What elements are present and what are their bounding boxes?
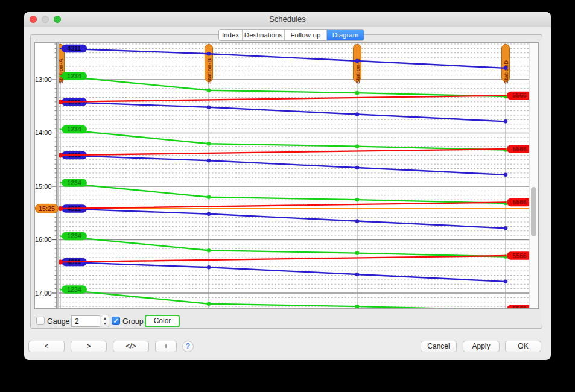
stop-dot bbox=[504, 173, 508, 177]
train-line bbox=[60, 130, 506, 150]
prev-button[interactable]: < bbox=[28, 341, 65, 352]
train-line bbox=[60, 262, 506, 281]
group-label: Group bbox=[122, 317, 144, 326]
train-label: 5566 bbox=[512, 252, 527, 259]
train-label: 1234 bbox=[67, 125, 81, 133]
train-label: 5566 bbox=[512, 198, 527, 206]
time-label: 13:00 bbox=[35, 76, 52, 83]
stepper-up-icon[interactable]: ▲ bbox=[101, 315, 109, 321]
schedules-window: Schedules Index Destinations Follow-up D… bbox=[24, 12, 551, 360]
train-line bbox=[60, 155, 506, 174]
stop-dot bbox=[355, 59, 360, 63]
train-label: 5566 bbox=[512, 92, 527, 99]
controls-row: Gauge ▲ ▼ ✓ Group Color bbox=[31, 315, 542, 329]
tab-bar: Index Destinations Follow-up Diagram bbox=[218, 29, 364, 41]
train-1234: 12341234123412341234 bbox=[60, 72, 507, 308]
time-label: 17:00 bbox=[35, 289, 52, 297]
train-4311: 43114311431143114311 bbox=[60, 45, 507, 284]
gauge-label: Gauge bbox=[47, 317, 70, 326]
code-button[interactable]: </> bbox=[113, 341, 149, 352]
schedule-chart-frame: 13:0014:0015:0016:0017:00Station-AStatio… bbox=[34, 42, 539, 309]
stop-dot bbox=[207, 302, 211, 306]
time-label: 15:00 bbox=[35, 183, 52, 190]
station-label: Station-B bbox=[206, 58, 212, 84]
time-axis bbox=[57, 43, 59, 309]
train-label: 1234 bbox=[67, 179, 81, 186]
train-label: 1234 bbox=[67, 286, 81, 293]
time-label: 14:00 bbox=[35, 129, 52, 136]
help-button[interactable]: ? bbox=[182, 341, 194, 352]
stop-dot bbox=[355, 144, 360, 148]
next-button[interactable]: > bbox=[71, 341, 107, 352]
station-label: StationD bbox=[503, 60, 509, 84]
apply-button[interactable]: Apply bbox=[463, 341, 500, 352]
stop-dot bbox=[207, 265, 211, 270]
stop-dot bbox=[355, 273, 360, 277]
gauge-value-input[interactable] bbox=[71, 315, 100, 327]
train-label: 5566 bbox=[512, 145, 527, 153]
schedule-diagram[interactable]: 13:0014:0015:0016:0017:00Station-AStatio… bbox=[35, 43, 538, 308]
highlighted-time-label: 15:25 bbox=[39, 205, 55, 212]
stop-dot bbox=[355, 91, 360, 95]
stop-dot bbox=[355, 219, 360, 223]
stop-dot bbox=[207, 212, 211, 216]
tab-index[interactable]: Index bbox=[219, 30, 243, 40]
stop-dot bbox=[355, 166, 360, 170]
stop-dot bbox=[207, 142, 211, 146]
train-label: 4311 bbox=[68, 45, 81, 52]
stop-dot bbox=[207, 248, 211, 253]
stop-dot bbox=[207, 105, 211, 109]
stop-dot bbox=[207, 195, 211, 199]
train-line bbox=[60, 76, 506, 96]
add-button[interactable]: + bbox=[155, 341, 177, 352]
train-line bbox=[60, 256, 506, 262]
time-grid bbox=[55, 44, 531, 306]
train-label: 1234 bbox=[67, 232, 81, 239]
window-title: Schedules bbox=[24, 12, 551, 27]
screen: { "window": { "title": "Schedules" }, "t… bbox=[0, 0, 575, 392]
stop-dot bbox=[504, 280, 508, 284]
tab-destinations[interactable]: Destinations bbox=[243, 30, 285, 40]
train-line bbox=[60, 48, 506, 68]
train-line bbox=[60, 289, 506, 308]
tab-follow-up[interactable]: Follow-up bbox=[285, 30, 327, 40]
stop-dot bbox=[207, 159, 211, 163]
tab-diagram[interactable]: Diagram bbox=[327, 30, 364, 40]
train-line bbox=[60, 149, 506, 155]
diagram-panel: 13:0014:0015:0016:0017:00Station-AStatio… bbox=[30, 34, 542, 329]
train-label: 1234 bbox=[67, 72, 81, 80]
time-label: 16:00 bbox=[35, 236, 52, 243]
train-line bbox=[60, 96, 506, 102]
train-line bbox=[60, 203, 506, 209]
train-label: 5566 bbox=[512, 305, 527, 308]
stop-dot bbox=[504, 119, 508, 124]
train-line bbox=[60, 236, 506, 257]
ok-button[interactable]: OK bbox=[505, 341, 541, 352]
train-line bbox=[60, 183, 506, 203]
stepper-down-icon[interactable]: ▼ bbox=[101, 321, 109, 326]
gauge-stepper[interactable]: ▲ ▼ bbox=[101, 315, 109, 327]
stop-dot bbox=[207, 52, 211, 56]
stop-dot bbox=[355, 305, 360, 308]
train-line bbox=[60, 102, 506, 121]
train-line bbox=[60, 209, 506, 228]
gauge-checkbox[interactable] bbox=[36, 317, 45, 325]
stop-dot bbox=[504, 226, 508, 230]
group-checkbox[interactable]: ✓ bbox=[112, 317, 120, 325]
stop-dot bbox=[355, 198, 360, 202]
stop-dot bbox=[504, 66, 508, 71]
scrollbar-thumb[interactable] bbox=[531, 187, 536, 236]
cancel-button[interactable]: Cancel bbox=[421, 341, 457, 352]
highlighted-time: 15:25 bbox=[36, 204, 59, 213]
title-bar[interactable]: Schedules bbox=[24, 12, 551, 27]
stop-dot bbox=[355, 112, 360, 116]
color-button[interactable]: Color bbox=[145, 315, 180, 327]
stop-dot bbox=[355, 251, 360, 255]
stop-dot bbox=[207, 88, 211, 92]
vertical-scrollbar[interactable] bbox=[529, 43, 538, 308]
